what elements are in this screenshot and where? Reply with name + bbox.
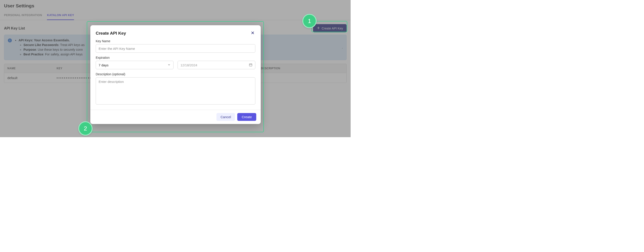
chevron-down-icon xyxy=(168,63,170,67)
close-icon xyxy=(251,32,254,35)
callout-circle-1: 1 xyxy=(302,14,317,28)
expiration-date-input[interactable]: 12/18/2024 xyxy=(178,61,255,69)
create-button[interactable]: Create xyxy=(237,113,256,121)
expiration-label: Expiration xyxy=(96,56,255,59)
close-button[interactable] xyxy=(250,30,255,36)
cancel-button[interactable]: Cancel xyxy=(216,113,235,121)
callout-circle-2: 2 xyxy=(78,121,92,136)
key-name-label: Key Name xyxy=(96,39,255,43)
svg-rect-4 xyxy=(249,64,252,66)
calendar-icon xyxy=(249,63,252,67)
description-textarea[interactable] xyxy=(96,77,255,105)
modal-title: Create API Key xyxy=(96,31,126,36)
expiration-select[interactable]: 7 days xyxy=(96,61,174,69)
description-label: Description (optional) xyxy=(96,72,255,76)
modal-footer: Cancel Create xyxy=(90,110,261,124)
expiration-date-value: 12/18/2024 xyxy=(180,63,197,67)
key-name-input[interactable] xyxy=(96,44,255,53)
create-api-key-modal: Create API Key Key Name Expiration 7 day… xyxy=(90,25,261,124)
expiration-value: 7 days xyxy=(98,63,108,67)
